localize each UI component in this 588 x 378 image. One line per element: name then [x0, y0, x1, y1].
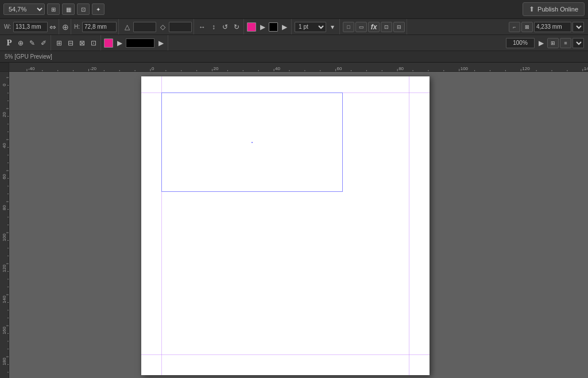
canvas-viewport[interactable]: [9, 72, 588, 378]
fill-arrow-row2[interactable]: ▶: [114, 38, 125, 48]
main-area: [0, 72, 588, 378]
rotate-90-icon[interactable]: ↺: [220, 22, 230, 32]
pen-icon[interactable]: ✎: [27, 38, 37, 48]
rotate-icon[interactable]: △: [122, 22, 132, 32]
margin-guide-left: [161, 76, 162, 375]
flip-h-icon[interactable]: ↔: [197, 22, 207, 32]
toolbar2: P ⊕ ✎ ✐ ⊞ ⊟ ⊠ ⊡ ▶ ▶ ▶ ⊞ ≡ ▾: [0, 35, 588, 51]
zoom-display[interactable]: [506, 38, 535, 48]
transform-group: ↔ ↕ ↺ ↻: [195, 19, 244, 34]
distribute-v-icon[interactable]: ⊟: [65, 38, 76, 48]
align2-icon[interactable]: ⊡: [88, 38, 99, 48]
link-icon[interactable]: ⇔: [49, 22, 56, 32]
margin-guide-top: [141, 92, 430, 93]
publish-online-label: Publish Online: [537, 6, 578, 13]
frame-options-btn[interactable]: ⊠: [521, 22, 533, 32]
w-label: W:: [4, 24, 11, 30]
stroke-options-icon[interactable]: ▾: [327, 22, 338, 32]
center-point: [252, 142, 253, 143]
stroke-line-swatch[interactable]: [126, 38, 154, 48]
effects-btn4[interactable]: ⊟: [393, 22, 405, 32]
chain-group: ⊕: [60, 19, 71, 34]
align-options-btn[interactable]: ≡: [560, 38, 571, 48]
angle-field[interactable]: [133, 22, 156, 32]
zoom-up-btn[interactable]: ▶: [536, 38, 546, 48]
dimension-select[interactable]: ▾: [572, 22, 584, 32]
effects-btn1[interactable]: □: [343, 22, 354, 32]
toolbar1: W: ⇔ ⊕ H: △ ◇ ↔ ↕ ↺ ↻ ▶ ▶ 1 pt 0.5 pt 2 …: [0, 19, 588, 35]
effects-group: □ ▭ fx ⊡ ⊟: [341, 19, 407, 34]
wh-group: W: ⇔: [2, 19, 59, 34]
corner-options-btn[interactable]: ⌐: [509, 22, 520, 32]
selection-box[interactable]: [161, 92, 343, 192]
publish-online-button[interactable]: ⬆ Publish Online: [523, 2, 585, 16]
align-group: ⊞ ⊟ ⊠ ⊡: [52, 35, 101, 51]
view-dropdown[interactable]: ▾: [572, 38, 584, 48]
view-options-btn[interactable]: ⊞: [547, 38, 559, 48]
fill-stroke-group2: ▶ ▶: [102, 35, 168, 51]
view-mode-btn2[interactable]: ▦: [62, 3, 75, 15]
stroke-group: 1 pt 0.5 pt 2 pt ▾: [293, 19, 340, 34]
status-text: 5% [GPU Preview]: [5, 53, 52, 60]
fx-btn[interactable]: fx: [368, 22, 380, 32]
dimension-field[interactable]: [534, 22, 571, 32]
zoom-group: ▶ ⊞ ≡ ▾: [504, 35, 586, 51]
type-tool-icon[interactable]: P: [4, 38, 14, 48]
place-icon[interactable]: ⊕: [16, 38, 26, 48]
effects-btn3[interactable]: ⊡: [381, 22, 392, 32]
stroke-weight-select[interactable]: 1 pt 0.5 pt 2 pt: [295, 22, 326, 32]
fill-color-swatch[interactable]: [247, 22, 256, 32]
shear-field[interactable]: [169, 22, 192, 32]
publish-icon: ⬆: [529, 5, 535, 13]
pencil-icon[interactable]: ✐: [38, 38, 49, 48]
status-bar: 5% [GPU Preview]: [0, 51, 588, 63]
angle-group: △ ◇: [120, 19, 194, 34]
top-bar: 54,7% ⊞ ▦ ⊡ ✦ ⬆ Publish Online: [0, 0, 588, 19]
h-field[interactable]: [82, 22, 117, 32]
view-mode-btn1[interactable]: ⊞: [47, 3, 60, 15]
h-label: H:: [74, 24, 80, 30]
stroke-line-arrow[interactable]: ▶: [156, 38, 166, 48]
arrange-btn[interactable]: ✦: [92, 3, 105, 15]
color-group: ▶ ▶: [245, 19, 292, 34]
chain-btn[interactable]: ⊕: [62, 22, 69, 32]
zoom-select[interactable]: 54,7%: [3, 3, 45, 15]
ruler-corner: [0, 63, 9, 72]
horizontal-ruler: [9, 63, 588, 72]
view-mode-btn3[interactable]: ⊡: [77, 3, 90, 15]
flip-v-icon[interactable]: ↕: [208, 22, 219, 32]
fill-swatch-row2[interactable]: [104, 38, 113, 48]
stroke-color-swatch[interactable]: [269, 22, 278, 32]
margin-guide-bottom: [141, 354, 430, 355]
vertical-ruler: [0, 72, 9, 378]
shear-icon[interactable]: ◇: [157, 22, 168, 32]
stroke-arrow2[interactable]: ▶: [279, 22, 289, 32]
ruler-row: [0, 63, 588, 72]
w-field[interactable]: [13, 22, 48, 32]
h-group: H:: [72, 19, 119, 34]
type-group: P ⊕ ✎ ✐: [2, 35, 51, 51]
top-bar-left: 54,7% ⊞ ▦ ⊡ ✦: [3, 3, 105, 15]
document-page: [141, 76, 430, 375]
margin-guide-right: [409, 76, 409, 375]
effects-btn2[interactable]: ▭: [355, 22, 367, 32]
dimension-group: ⌐ ⊠ ▾: [507, 19, 586, 34]
rotate-90cw-icon[interactable]: ↻: [231, 22, 242, 32]
stroke-color-arrow[interactable]: ▶: [257, 22, 268, 32]
align-icon[interactable]: ⊠: [77, 38, 87, 48]
distribute-h-icon[interactable]: ⊞: [54, 38, 64, 48]
